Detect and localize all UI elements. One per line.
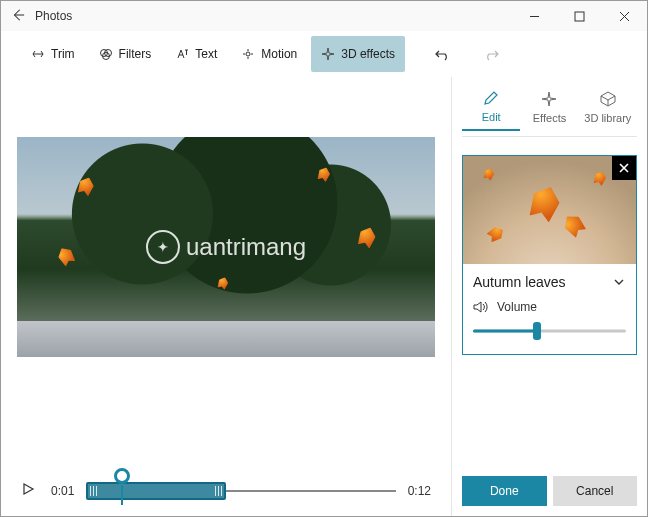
text-label: Text [195, 47, 217, 61]
preview-road [17, 321, 435, 357]
text-icon [175, 47, 189, 61]
volume-label: Volume [497, 300, 537, 314]
tab-3d-library[interactable]: 3D library [579, 84, 637, 130]
effect-card-body: Autumn leaves Volume [463, 264, 636, 354]
play-icon [21, 482, 35, 496]
leaf-icon [485, 223, 507, 245]
effect-title-row[interactable]: Autumn leaves [473, 274, 626, 290]
cube-icon [599, 90, 617, 108]
stage: ✦ uantrimang 0:01 0:12 [1, 77, 451, 516]
sparkle-icon [540, 90, 558, 108]
tab-edit[interactable]: Edit [462, 83, 520, 131]
close-button[interactable] [602, 1, 647, 31]
filters-button[interactable]: Filters [89, 36, 162, 72]
trim-icon [31, 47, 45, 61]
video-preview[interactable]: ✦ uantrimang [17, 137, 435, 357]
motion-button[interactable]: Motion [231, 36, 307, 72]
volume-slider[interactable] [473, 322, 626, 340]
redo-icon [483, 47, 499, 61]
tab-edit-label: Edit [482, 111, 501, 123]
slider-fill [473, 330, 537, 333]
back-arrow-icon [11, 8, 25, 22]
sparkle-icon [321, 47, 335, 61]
timeline-track[interactable] [86, 476, 395, 506]
pencil-icon [482, 89, 500, 107]
cancel-button[interactable]: Cancel [553, 476, 638, 506]
toolbar: Trim Filters Text Motion 3D effects [1, 31, 647, 77]
close-icon [618, 162, 630, 174]
3d-effects-label: 3D effects [341, 47, 395, 61]
main-area: ✦ uantrimang 0:01 0:12 [1, 77, 647, 516]
undo-button[interactable] [429, 36, 457, 72]
tab-effects-label: Effects [533, 112, 566, 124]
volume-row: Volume [473, 300, 626, 314]
side-panel: Edit Effects 3D library [451, 77, 647, 516]
leaf-icon [591, 169, 609, 187]
3d-effects-button[interactable]: 3D effects [311, 36, 405, 72]
tab-effects[interactable]: Effects [520, 84, 578, 130]
timeline: 0:01 0:12 [17, 460, 435, 506]
svg-rect-0 [575, 12, 584, 21]
text-button[interactable]: Text [165, 36, 227, 72]
filters-label: Filters [119, 47, 152, 61]
back-button[interactable] [5, 8, 31, 25]
filters-icon [99, 47, 113, 61]
motion-icon [241, 47, 255, 61]
effect-card: Autumn leaves Volume [462, 155, 637, 355]
undo-icon [435, 47, 451, 61]
minimize-button[interactable] [512, 1, 557, 31]
motion-label: Motion [261, 47, 297, 61]
play-button[interactable] [21, 482, 39, 500]
slider-thumb[interactable] [533, 322, 541, 340]
speaker-icon [473, 300, 489, 314]
maximize-button[interactable] [557, 1, 602, 31]
effect-thumbnail[interactable] [463, 156, 636, 264]
redo-button[interactable] [477, 36, 505, 72]
leaf-icon [559, 210, 590, 241]
leaf-icon [523, 181, 567, 225]
bulb-icon: ✦ [146, 230, 180, 264]
done-button[interactable]: Done [462, 476, 547, 506]
trim-button[interactable]: Trim [21, 36, 85, 72]
svg-point-4 [246, 52, 250, 56]
app-title: Photos [35, 9, 512, 23]
leaf-icon [481, 166, 496, 181]
trim-label: Trim [51, 47, 75, 61]
effect-clip[interactable] [86, 482, 226, 500]
time-duration: 0:12 [408, 484, 431, 498]
panel-footer: Done Cancel [462, 476, 637, 506]
chevron-down-icon [612, 275, 626, 289]
remove-effect-button[interactable] [612, 156, 636, 180]
panel-tabs: Edit Effects 3D library [462, 77, 637, 137]
titlebar: Photos [1, 1, 647, 31]
effect-name: Autumn leaves [473, 274, 566, 290]
watermark-text: uantrimang [186, 233, 306, 261]
tab-library-label: 3D library [584, 112, 631, 124]
time-current: 0:01 [51, 484, 74, 498]
watermark: ✦ uantrimang [146, 230, 306, 264]
history-controls [429, 36, 505, 72]
